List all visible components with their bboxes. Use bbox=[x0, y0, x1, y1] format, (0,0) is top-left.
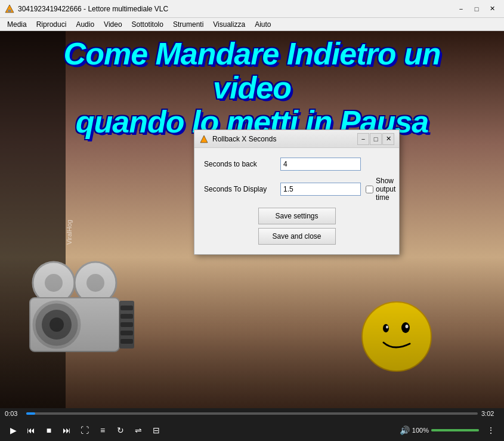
vlc-window: 3041923419422666 - Lettore multimediale … bbox=[0, 0, 504, 441]
seconds-to-back-row: Seconds to back bbox=[204, 158, 389, 171]
menu-riproduci[interactable]: Riproduci bbox=[32, 19, 72, 30]
rollback-dialog: Rollback X Seconds − □ ✕ Seconds to back… bbox=[194, 129, 400, 255]
playback-controls: ▶ ⏮ ■ ⏭ ⛶ ≡ ↻ ⇌ ⊟ 🔊 100% ⋮ bbox=[0, 419, 504, 441]
volume-fill bbox=[431, 429, 479, 431]
dialog-content: Seconds to back Seconds To Display Show … bbox=[194, 148, 399, 254]
menu-video[interactable]: Video bbox=[99, 19, 126, 30]
window-controls: − □ ✕ bbox=[454, 3, 499, 15]
menu-sottotitolo[interactable]: Sottotitolo bbox=[127, 19, 168, 30]
play-button[interactable]: ▶ bbox=[5, 422, 21, 439]
prev-button[interactable]: ⏮ bbox=[23, 422, 39, 439]
svg-marker-21 bbox=[200, 135, 208, 143]
bottom-controls: 0:03 3:02 ▶ ⏮ ■ ⏭ ⛶ ≡ ↻ ⇌ ⊟ 🔊 100% bbox=[0, 408, 504, 441]
total-time: 3:02 bbox=[481, 410, 499, 417]
maximize-button[interactable]: □ bbox=[469, 3, 484, 15]
menu-aiuto[interactable]: Aiuto bbox=[250, 19, 276, 30]
dialog-minimize-button[interactable]: − bbox=[357, 133, 369, 145]
progress-bar-area: 0:03 3:02 bbox=[0, 408, 504, 419]
title-bar: 3041923419422666 - Lettore multimediale … bbox=[0, 0, 504, 18]
show-output-time-label: Show output time bbox=[366, 177, 395, 202]
dialog-title-bar: Rollback X Seconds − □ ✕ bbox=[194, 130, 399, 148]
dialog-close-button[interactable]: ✕ bbox=[382, 133, 394, 145]
next-button[interactable]: ⏭ bbox=[58, 422, 75, 439]
volume-slider[interactable] bbox=[431, 429, 479, 431]
minimize-button[interactable]: − bbox=[454, 3, 468, 15]
volume-percent: 100% bbox=[412, 427, 429, 434]
progress-fill bbox=[26, 412, 35, 415]
close-button[interactable]: ✕ bbox=[485, 3, 499, 15]
dialog-title: Rollback X Seconds bbox=[212, 135, 357, 143]
dialog-buttons: Save settings Save and close bbox=[204, 208, 389, 245]
seconds-to-display-label: Seconds To Display bbox=[204, 185, 276, 193]
expand-button[interactable]: ⋮ bbox=[483, 422, 499, 439]
vlc-icon bbox=[5, 4, 14, 14]
save-close-button[interactable]: Save and close bbox=[258, 228, 336, 245]
shuffle-button[interactable]: ⇌ bbox=[130, 422, 147, 439]
scene-overlay bbox=[0, 257, 504, 408]
fullscreen-button[interactable]: ⛶ bbox=[76, 422, 93, 439]
show-output-time-text: Show output time bbox=[376, 177, 395, 202]
volume-icon[interactable]: 🔊 bbox=[400, 425, 410, 435]
volume-area: 🔊 100% bbox=[400, 425, 479, 435]
menu-media[interactable]: Media bbox=[2, 19, 32, 30]
seconds-to-back-label: Seconds to back bbox=[204, 160, 276, 168]
seconds-to-display-row: Seconds To Display Show output time bbox=[204, 177, 389, 202]
crop-button[interactable]: ⊟ bbox=[148, 422, 165, 439]
menu-strumenti[interactable]: Strumenti bbox=[168, 19, 208, 30]
menu-audio[interactable]: Audio bbox=[71, 19, 99, 30]
video-area: Come Mandare Indietro un video quando lo… bbox=[0, 31, 504, 408]
seconds-to-back-input[interactable] bbox=[280, 158, 361, 171]
loop-button[interactable]: ↻ bbox=[112, 422, 129, 439]
video-overlay: Come Mandare Indietro un video quando lo… bbox=[25, 37, 479, 140]
dialog-icon bbox=[199, 134, 209, 144]
menu-visualizza[interactable]: Visualizza bbox=[208, 19, 250, 30]
menu-bar: Media Riproduci Audio Video Sottotitolo … bbox=[0, 18, 504, 31]
stop-button[interactable]: ■ bbox=[41, 422, 57, 439]
window-title: 3041923419422666 - Lettore multimediale … bbox=[18, 5, 454, 13]
seconds-to-display-input[interactable] bbox=[280, 183, 361, 196]
dialog-maximize-button[interactable]: □ bbox=[370, 133, 382, 145]
dialog-window-controls: − □ ✕ bbox=[357, 133, 394, 145]
save-settings-button[interactable]: Save settings bbox=[258, 208, 336, 224]
progress-track[interactable] bbox=[26, 412, 478, 415]
video-title: Come Mandare Indietro un video quando lo… bbox=[25, 37, 479, 140]
extended-button[interactable]: ≡ bbox=[94, 422, 111, 439]
svg-rect-1 bbox=[8, 10, 11, 12]
show-output-time-checkbox[interactable] bbox=[366, 186, 373, 193]
current-time: 0:03 bbox=[5, 410, 23, 417]
